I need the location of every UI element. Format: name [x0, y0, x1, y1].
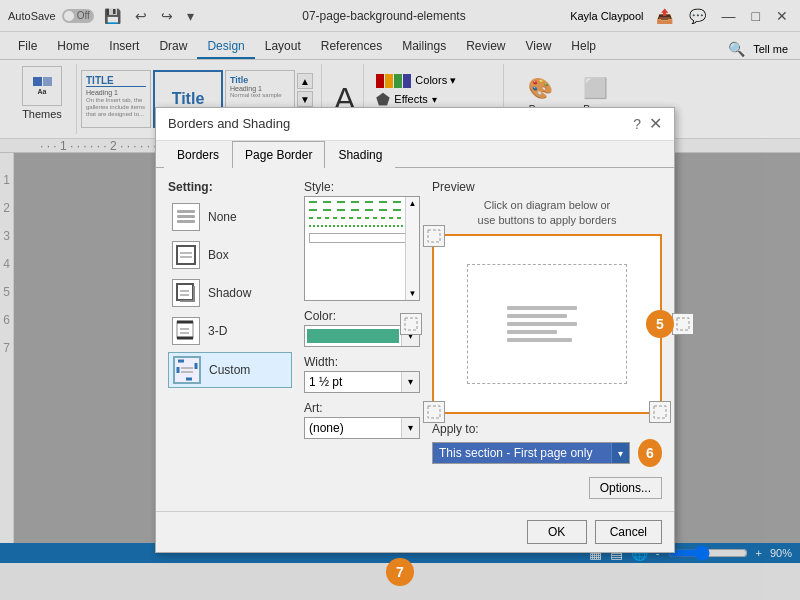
annotation-6: 6 [638, 439, 662, 467]
apply-row: Apply to: This section - First page only… [432, 422, 662, 467]
svg-rect-0 [177, 210, 195, 213]
svg-rect-10 [180, 294, 189, 296]
preview-border-top-left[interactable] [423, 225, 445, 247]
annotation-7: 7 [386, 558, 414, 586]
art-value: (none) [305, 421, 401, 435]
svg-rect-16 [181, 367, 193, 369]
ok-button[interactable]: OK [527, 520, 587, 544]
art-label: Art: [304, 401, 420, 415]
svg-rect-1 [177, 215, 195, 218]
dialog-overlay: Borders and Shading ? ✕ Borders Page Bor… [0, 0, 800, 600]
setting-3d[interactable]: 3-D [168, 314, 292, 348]
width-label: Width: [304, 355, 420, 369]
setting-box[interactable]: Box [168, 238, 292, 272]
setting-label: Setting: [168, 180, 292, 194]
svg-rect-21 [677, 318, 689, 330]
preview-section: Preview Click on diagram below oruse but… [432, 180, 662, 500]
setting-3d-icon [172, 317, 200, 345]
cancel-button[interactable]: Cancel [595, 520, 662, 544]
tab-borders[interactable]: Borders [164, 141, 232, 168]
tab-page-border[interactable]: Page Border [232, 141, 325, 168]
tab-shading[interactable]: Shading [325, 141, 395, 168]
setting-none[interactable]: None [168, 200, 292, 234]
width-dropdown-arrow[interactable]: ▾ [401, 372, 419, 392]
svg-rect-18 [428, 230, 440, 242]
apply-dropdown-arrow[interactable]: ▾ [611, 443, 629, 463]
svg-rect-9 [180, 290, 189, 292]
preview-line-5 [507, 338, 572, 342]
preview-border-mid-right[interactable] [672, 313, 694, 335]
style-line-3 [309, 217, 415, 219]
preview-line-3 [507, 322, 577, 326]
dialog-tabs: Borders Page Border Shading [156, 141, 674, 168]
art-row: (none) ▾ [304, 417, 420, 439]
style-options-section: Style: ▲ ▼ [304, 180, 420, 500]
style-line-2 [309, 209, 415, 211]
preview-inner [467, 264, 627, 384]
svg-rect-17 [181, 371, 193, 373]
preview-note: Click on diagram below oruse buttons to … [432, 198, 662, 229]
dialog-titlebar: Borders and Shading ? ✕ [156, 108, 674, 141]
svg-rect-8 [193, 286, 195, 300]
preview-line-4 [507, 330, 557, 334]
style-line-1 [309, 201, 415, 203]
svg-rect-4 [180, 252, 192, 254]
svg-rect-20 [428, 406, 440, 418]
dialog-close-button[interactable]: ✕ [649, 116, 662, 132]
dialog-help-button[interactable]: ? [633, 116, 641, 132]
setting-custom[interactable]: Custom [168, 352, 292, 388]
apply-value: This section - First page only [433, 446, 611, 460]
preview-line-2 [507, 314, 567, 318]
preview-box: 5 [432, 234, 662, 414]
dialog-footer: OK Cancel 7 [156, 511, 674, 552]
setting-custom-icon [173, 356, 201, 384]
color-bar [307, 329, 399, 343]
preview-border-mid-left[interactable] [400, 313, 422, 335]
apply-row-inner: This section - First page only ▾ 6 [432, 439, 662, 467]
svg-rect-3 [177, 246, 195, 264]
setting-shadow-label: Shadow [208, 286, 251, 300]
art-dropdown-arrow[interactable]: ▾ [401, 418, 419, 438]
preview-border-bottom-left[interactable] [423, 401, 445, 423]
style-line-solid [309, 233, 415, 243]
setting-items: None Box Shadow [168, 200, 292, 388]
settings-section: Setting: None Box [168, 180, 292, 500]
setting-shadow[interactable]: Shadow [168, 276, 292, 310]
setting-none-icon [172, 203, 200, 231]
setting-box-label: Box [208, 248, 229, 262]
preview-label: Preview [432, 180, 662, 194]
preview-line-1 [507, 306, 577, 310]
width-row: 1 ½ pt ▾ [304, 371, 420, 393]
svg-rect-7 [180, 300, 195, 302]
preview-lines [507, 306, 577, 342]
svg-rect-22 [654, 406, 666, 418]
dialog-body: Setting: None Box [156, 168, 674, 512]
style-line-4 [309, 225, 415, 227]
options-button[interactable]: Options... [589, 477, 662, 499]
annotation-5: 5 [646, 310, 674, 338]
setting-custom-label: Custom [209, 363, 250, 377]
setting-shadow-icon [172, 279, 200, 307]
svg-rect-19 [405, 318, 417, 330]
setting-3d-label: 3-D [208, 324, 227, 338]
svg-rect-14 [180, 332, 189, 334]
apply-dropdown[interactable]: This section - First page only ▾ [432, 442, 630, 464]
setting-none-label: None [208, 210, 237, 224]
dialog-title: Borders and Shading [168, 116, 290, 131]
apply-label: Apply to: [432, 422, 662, 436]
setting-box-icon [172, 241, 200, 269]
style-label: Style: [304, 180, 420, 194]
style-scrollbar[interactable]: ▲ ▼ [405, 197, 419, 300]
borders-shading-dialog: Borders and Shading ? ✕ Borders Page Bor… [155, 107, 675, 554]
svg-rect-13 [180, 328, 189, 330]
style-listbox[interactable]: ▲ ▼ [304, 196, 420, 301]
preview-border-bottom-right[interactable] [649, 401, 671, 423]
dialog-controls: ? ✕ [633, 116, 662, 132]
width-dropdown[interactable]: 1 ½ pt ▾ [304, 371, 420, 393]
svg-rect-5 [180, 256, 192, 258]
art-dropdown[interactable]: (none) ▾ [304, 417, 420, 439]
width-value: 1 ½ pt [305, 375, 401, 389]
svg-rect-15 [178, 361, 196, 379]
svg-rect-2 [177, 220, 195, 223]
